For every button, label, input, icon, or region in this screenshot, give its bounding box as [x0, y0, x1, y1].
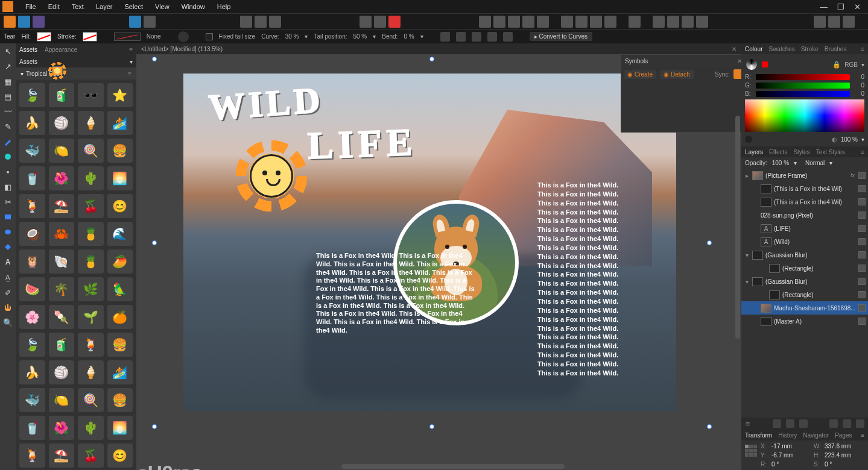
transform-icon[interactable] [503, 32, 513, 42]
transform-y[interactable]: -6.7 mm [771, 452, 794, 459]
canvas-scrollbar-h[interactable] [341, 464, 565, 469]
symbols-create-button[interactable]: ◉ Create [624, 70, 656, 79]
layer-visibility-checkbox[interactable] [858, 212, 866, 219]
asset-item[interactable]: 🍉 [19, 277, 45, 301]
document-close-icon[interactable]: ✕ [732, 46, 737, 52]
asset-item[interactable]: 🍔 [107, 139, 133, 163]
asset-item[interactable]: 🍭 [78, 388, 104, 412]
move-tool-icon[interactable]: ↖ [2, 46, 13, 57]
tab-pages[interactable]: Pages [835, 432, 852, 439]
layers-icon[interactable]: ≋ [745, 420, 750, 428]
asset-item[interactable]: ⛱️ [49, 443, 75, 468]
layer-visibility-checkbox[interactable] [858, 291, 866, 298]
layer-visibility-checkbox[interactable] [858, 198, 866, 205]
snap-icon[interactable] [374, 16, 386, 28]
layer-visibility-checkbox[interactable] [858, 318, 866, 325]
insert-icon[interactable] [629, 16, 641, 28]
stroke-swatch[interactable] [83, 32, 97, 42]
canvas-scrollbar-v[interactable] [735, 116, 740, 339]
arrange-icon[interactable] [493, 16, 505, 28]
transform-icon[interactable] [487, 32, 497, 42]
asset-item[interactable]: 🦜 [107, 277, 133, 301]
fx-icon[interactable] [799, 419, 808, 428]
tab-styles[interactable]: Styles [793, 149, 809, 155]
asset-item[interactable]: 🍹 [19, 443, 45, 468]
asset-item[interactable]: 🍌 [19, 360, 45, 384]
asset-item[interactable]: 🐳 [19, 139, 45, 163]
asset-item[interactable]: 🌺 [49, 416, 75, 440]
layer-visibility-checkbox[interactable] [858, 251, 866, 258]
asset-item[interactable]: 🍍 [78, 222, 104, 246]
layer-visibility-checkbox[interactable] [858, 185, 866, 192]
zoom-tool-icon[interactable]: 🔍 [2, 317, 13, 328]
rotate-icon[interactable] [696, 16, 708, 28]
mask-icon[interactable] [773, 419, 781, 428]
asset-item[interactable]: 😊 [107, 443, 133, 468]
document-tab[interactable]: <Untitled> [Modified] (113.5%) [141, 46, 223, 52]
transform-icon[interactable] [456, 32, 466, 42]
toolbar-icon[interactable] [255, 16, 267, 28]
stroke-preview[interactable] [114, 33, 141, 41]
layer-row[interactable]: A(Wild) [741, 235, 868, 248]
asset-item[interactable]: 🍦 [78, 111, 104, 135]
toolbar-icon[interactable] [269, 16, 281, 28]
symbols-sync-toggle[interactable] [733, 69, 741, 79]
asset-item[interactable]: 🍒 [78, 194, 104, 218]
tab-text-styles[interactable]: Text Styles [816, 149, 845, 155]
asset-item[interactable]: ⭐ [107, 83, 133, 107]
asset-item[interactable]: 🍹 [78, 333, 104, 357]
pencil-tool-icon[interactable]: ✎ [2, 121, 13, 132]
menu-select[interactable]: Select [118, 3, 149, 10]
blue-slider[interactable] [756, 91, 850, 97]
tab-history[interactable]: History [778, 432, 797, 439]
align-icon[interactable] [561, 16, 573, 28]
table-tool-icon[interactable]: ▤ [2, 91, 13, 102]
panel-menu-icon[interactable]: ≡ [861, 46, 864, 52]
asset-item[interactable]: 🍭 [78, 139, 104, 163]
panel-menu-icon[interactable]: ≡ [861, 149, 864, 155]
window-minimize-icon[interactable]: — [820, 2, 828, 11]
fill-swatch[interactable] [37, 32, 51, 42]
transform-h[interactable]: 223.4 mm [825, 452, 851, 459]
color-spectrum[interactable] [745, 99, 864, 132]
asset-item[interactable]: 🏐 [49, 111, 75, 135]
asset-item[interactable]: 🥭 [107, 249, 133, 274]
lock-icon[interactable]: 🔒 [832, 61, 841, 69]
tab-effects[interactable]: Effects [769, 149, 787, 155]
layer-row[interactable]: Madhu-Shesharam-1561698... [741, 301, 868, 315]
asset-item[interactable]: 🌅 [107, 166, 133, 190]
asset-item[interactable]: 🥤 [19, 416, 45, 440]
asset-item[interactable]: 🍹 [19, 194, 45, 218]
arrange-icon[interactable] [508, 16, 520, 28]
boolean-icon[interactable] [843, 16, 855, 28]
symbols-close-icon[interactable]: ✕ [737, 58, 741, 64]
symbols-panel[interactable]: Symbols✕ ◉ Create ◉ Detach Sync: [621, 54, 741, 133]
asset-item[interactable]: 🍃 [19, 333, 45, 357]
crop-tool-icon[interactable]: ✂ [2, 196, 13, 207]
window-restore-icon[interactable]: ❐ [837, 2, 844, 11]
toolbar-icon[interactable] [240, 16, 252, 28]
tab-navigator[interactable]: Navigator [803, 432, 829, 439]
layer-visibility-checkbox[interactable] [858, 225, 866, 232]
persona-designer-icon[interactable] [18, 16, 30, 28]
flip-v-icon[interactable] [667, 16, 679, 28]
opacity-value[interactable]: 100 % [772, 160, 789, 166]
transform-r[interactable]: 0 ° [771, 461, 779, 468]
frame-tool-icon[interactable]: ▦ [2, 76, 13, 87]
menu-layer[interactable]: Layer [90, 3, 119, 10]
fixed-tail-checkbox[interactable] [206, 33, 213, 40]
menu-view[interactable]: View [149, 3, 176, 10]
color-mode[interactable]: RGB [844, 61, 858, 68]
brush-tool-icon[interactable] [2, 136, 13, 147]
rectangle-tool-icon[interactable] [2, 212, 13, 222]
window-close-icon[interactable]: ✕ [854, 2, 861, 11]
asset-item[interactable]: 🏄 [107, 360, 133, 384]
tab-layers[interactable]: Layers [745, 149, 763, 155]
asset-item[interactable]: ⛱️ [49, 194, 75, 218]
asset-item[interactable]: 🍃 [19, 83, 45, 107]
snap-magnet-icon[interactable] [388, 16, 401, 28]
color-wheel-icon[interactable] [745, 58, 758, 71]
asset-item[interactable]: 🍍 [78, 249, 104, 274]
pan-tool-icon[interactable] [2, 302, 13, 313]
anchor-grid[interactable] [745, 445, 757, 457]
